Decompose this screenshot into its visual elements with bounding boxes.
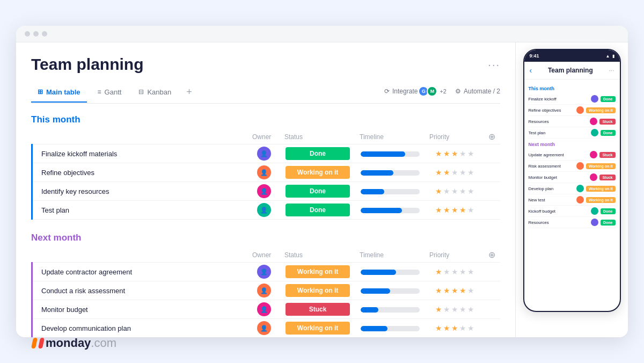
tab-main-table[interactable]: ⊞ Main table — [31, 85, 87, 103]
col-add — [484, 300, 500, 319]
phone-list-item[interactable]: Risk assessment Working on it — [529, 161, 616, 172]
timeline-bar — [361, 307, 420, 313]
phone-content: This month Finalize kickoff Done Refine … — [524, 79, 620, 311]
col-status: Done — [280, 201, 355, 220]
phone-list-item[interactable]: Test plan Done — [529, 127, 616, 139]
phone-list-item[interactable]: Develop plan Working on it — [529, 183, 616, 194]
col-add — [484, 263, 500, 281]
table-next-month: Owner Status Timeline Priority ⊕ Update … — [31, 248, 500, 337]
star-filled: ★ — [435, 305, 442, 314]
star-empty: ★ — [451, 305, 458, 314]
star-empty: ★ — [459, 187, 466, 195]
stars: ★★★★★ — [435, 149, 474, 158]
avatar-m: M — [427, 86, 437, 97]
automate-icon: ⚙ — [455, 88, 461, 95]
phone-list-item[interactable]: Resources Stuck — [529, 116, 616, 127]
avatars-row: G M +2 — [420, 86, 447, 97]
col-timeline — [355, 182, 425, 201]
star-empty: ★ — [467, 206, 474, 214]
col-owner: 👤 — [248, 182, 280, 201]
tab-kanban[interactable]: ⊟ Kanban — [132, 85, 178, 103]
status-badge: Working on it — [286, 322, 350, 335]
col-add — [484, 281, 500, 300]
logo-slash-2 — [38, 338, 45, 349]
automate-button[interactable]: ⚙ Automate / 2 — [455, 88, 500, 95]
col-add — [484, 144, 500, 163]
timeline-bar-fill — [361, 151, 405, 157]
phone-back-button[interactable]: ‹ — [530, 66, 532, 75]
add-column-button-this[interactable]: ⊕ — [488, 132, 495, 141]
page-title: Team planning — [31, 55, 143, 74]
phone-avatar — [591, 219, 598, 226]
table-row[interactable]: Refine objectives 👤 Working on it ★★★★★ — [32, 163, 501, 182]
star-filled: ★ — [459, 286, 466, 295]
col-priority: ★★★★★ — [425, 201, 484, 220]
table-row[interactable]: Monitor budget 👤 Stuck ★★★★★ — [32, 300, 501, 319]
col-status: Stuck — [280, 300, 355, 319]
wifi-icon: ▲ — [606, 54, 610, 59]
col-timeline — [355, 201, 425, 220]
phone-section-title: Next month — [529, 142, 616, 147]
owner-avatar: 👤 — [257, 284, 271, 297]
star-empty: ★ — [459, 267, 466, 276]
timeline-bar-fill — [361, 288, 390, 294]
phone-avatar — [591, 129, 598, 136]
phone-list-item[interactable]: Refine objectives Working on it — [529, 105, 616, 116]
phone-list-item[interactable]: Resources Done — [529, 217, 616, 228]
logo-com-text: .com — [91, 336, 116, 350]
col-header-status: Status — [280, 129, 355, 144]
timeline-bar-fill — [361, 326, 387, 331]
col-owner: 👤 — [248, 319, 280, 338]
phone-status-badge: Stuck — [599, 119, 615, 125]
phone-list-item[interactable]: Kickoff budget Done — [529, 206, 616, 217]
table-row[interactable]: Finalize kickoff materials 👤 Done ★★★★★ — [32, 144, 501, 163]
tab-main-table-label: Main table — [46, 88, 80, 96]
monday-wordmark: monday.com — [46, 336, 116, 350]
add-tab-button[interactable]: + — [182, 83, 196, 103]
status-badge: Working on it — [286, 284, 350, 297]
table-row[interactable]: Test plan 👤 Done ★★★★★ — [32, 201, 501, 220]
star-empty: ★ — [459, 324, 466, 332]
table-row[interactable]: Identify key resources 👤 Done ★★★★★ — [32, 182, 501, 201]
section-header-this: This month — [31, 114, 500, 129]
table-row[interactable]: Conduct a risk assessment 👤 Working on i… — [32, 281, 501, 300]
star-empty: ★ — [443, 267, 450, 276]
tab-gantt[interactable]: ≡ Gantt — [91, 85, 128, 103]
col-priority: ★★★★★ — [425, 263, 484, 281]
window-titlebar — [16, 26, 628, 42]
phone-header: ‹ Team planning ··· — [524, 62, 620, 79]
star-empty: ★ — [451, 187, 458, 195]
col-timeline — [355, 163, 425, 182]
phone-status-badge: Stuck — [599, 175, 615, 180]
task-name: Update contractor agreement — [32, 263, 248, 281]
more-options-button[interactable]: ··· — [488, 59, 500, 71]
star-empty: ★ — [451, 168, 458, 177]
stars: ★★★★★ — [435, 187, 474, 195]
phone-avatar — [590, 118, 597, 125]
table-row[interactable]: Develop communication plan 👤 Working on … — [32, 319, 501, 338]
phone-status-badge: Working on it — [586, 186, 616, 192]
stars: ★★★★★ — [435, 168, 474, 177]
phone-task-name: Monitor budget — [529, 175, 588, 180]
section-title-next: Next month — [31, 233, 82, 243]
star-filled: ★ — [451, 206, 458, 214]
phone-list-item[interactable]: Monitor budget Stuck — [529, 172, 616, 183]
add-column-button-next[interactable]: ⊕ — [488, 250, 495, 259]
tab-gantt-label: Gantt — [105, 88, 122, 96]
phone-list-item[interactable]: Update agreement Stuck — [529, 149, 616, 161]
integrate-button[interactable]: ⟳ Integrate G M +2 — [384, 86, 447, 97]
timeline-bar — [361, 170, 420, 176]
owner-avatar: 👤 — [257, 203, 271, 217]
phone-status-badge: Done — [601, 96, 616, 102]
table-row[interactable]: Update contractor agreement 👤 Working on… — [32, 263, 501, 281]
col-header-priority-next: Priority — [425, 248, 484, 263]
phone-more-button[interactable]: ··· — [609, 67, 614, 74]
star-empty: ★ — [459, 305, 466, 314]
phone-list-item[interactable]: Finalize kickoff Done — [529, 93, 616, 105]
star-filled: ★ — [451, 149, 458, 158]
col-owner: 👤 — [248, 263, 280, 281]
automate-label: Automate / 2 — [464, 88, 500, 95]
phone-status-badge: Done — [601, 208, 616, 214]
col-priority: ★★★★★ — [425, 281, 484, 300]
phone-list-item[interactable]: New test Working on it — [529, 194, 616, 206]
